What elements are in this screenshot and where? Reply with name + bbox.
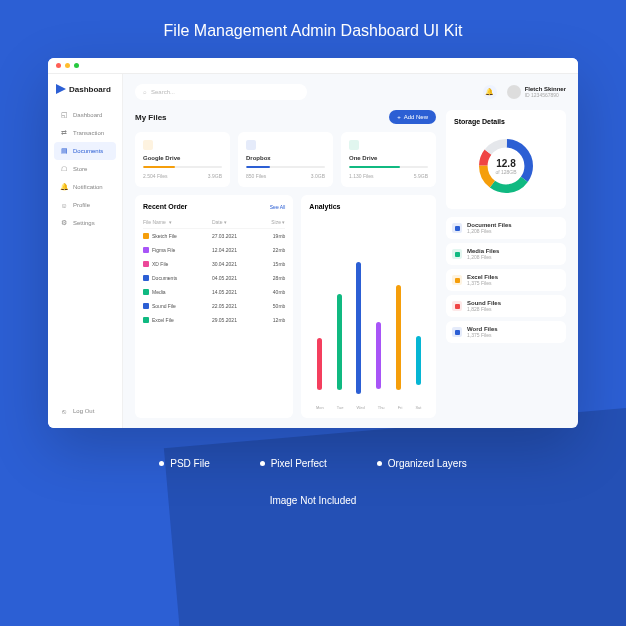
chart-label: Thu (378, 405, 385, 410)
logout-button[interactable]: ⎋ Log Out (54, 402, 116, 420)
table-row[interactable]: Documents 04.05.2021 28mb (143, 271, 285, 285)
file-type-item[interactable]: Excel Files1,375 Files (446, 269, 566, 291)
logo-icon (56, 84, 66, 94)
analytics-chart (309, 214, 428, 405)
chart-label: Wed (357, 405, 365, 410)
add-new-button[interactable]: + Add New (389, 110, 436, 124)
sidebar-item-dashboard[interactable]: ◱Dashboard (54, 106, 116, 124)
plus-icon: + (397, 114, 401, 120)
file-icon (143, 303, 149, 309)
logout-icon: ⎋ (60, 407, 68, 415)
notification-icon: 🔔 (60, 183, 68, 191)
chart-label: Tue (337, 405, 344, 410)
filetype-icon (452, 249, 462, 259)
documents-icon: ▤ (60, 147, 68, 155)
brand[interactable]: Dashboard (54, 82, 116, 96)
chart-bar (376, 322, 381, 389)
table-row[interactable]: Sound File 22.05.2021 50mb (143, 299, 285, 313)
search-icon: ⌕ (143, 89, 147, 95)
chart-bar (356, 262, 361, 393)
file-icon (143, 247, 149, 253)
titlebar (48, 58, 578, 74)
analytics-panel: Analytics MonTueWedThuFriSat (301, 195, 436, 418)
file-icon (143, 261, 149, 267)
feature-item: Organized Layers (377, 458, 467, 469)
drive-icon (246, 140, 256, 150)
file-card-google-drive[interactable]: Google Drive 2.504 Files3.9GB (135, 132, 230, 187)
dashboard-icon: ◱ (60, 111, 68, 119)
filetype-icon (452, 301, 462, 311)
file-type-item[interactable]: Media Files1,208 Files (446, 243, 566, 265)
recent-title: Recent Order (143, 203, 187, 210)
sidebar-item-settings[interactable]: ⚙Settings (54, 214, 116, 232)
maximize-icon[interactable] (74, 63, 79, 68)
storage-value: 12.8 (495, 158, 516, 169)
chart-label: Sat (415, 405, 421, 410)
filetype-icon (452, 275, 462, 285)
sidebar-item-store[interactable]: ☖Store (54, 160, 116, 178)
file-icon (143, 275, 149, 281)
col-size[interactable]: Size ▾ (258, 219, 286, 225)
app-window: Dashboard ◱Dashboard⇄Transaction▤Documen… (48, 58, 578, 428)
store-icon: ☖ (60, 165, 68, 173)
file-type-item[interactable]: Word Files1,375 Files (446, 321, 566, 343)
file-type-item[interactable]: Document Files1,208 Files (446, 217, 566, 239)
close-icon[interactable] (56, 63, 61, 68)
bullet-icon (159, 461, 164, 466)
bullet-icon (260, 461, 265, 466)
filetype-icon (452, 223, 462, 233)
minimize-icon[interactable] (65, 63, 70, 68)
transaction-icon: ⇄ (60, 129, 68, 137)
file-card-dropbox[interactable]: Dropbox 850 Files3.0GB (238, 132, 333, 187)
sidebar-item-documents[interactable]: ▤Documents (54, 142, 116, 160)
user-id: ID 1234567890 (525, 92, 566, 98)
table-row[interactable]: Excel File 29.05.2021 12mb (143, 313, 285, 327)
file-icon (143, 289, 149, 295)
drive-icon (143, 140, 153, 150)
col-date[interactable]: Date ▾ (212, 219, 258, 225)
table-row[interactable]: XD File 30.04.2021 15mb (143, 257, 285, 271)
storage-title: Storage Details (454, 118, 558, 125)
sidebar-item-profile[interactable]: ☺Profile (54, 196, 116, 214)
file-type-item[interactable]: Sound Files1,828 Files (446, 295, 566, 317)
my-files-title: My Files (135, 113, 167, 122)
disclaimer: Image Not Included (0, 495, 626, 506)
chart-bar (396, 285, 401, 390)
storage-panel: Storage Details 12.8 of 128GB (446, 110, 566, 209)
sidebar-item-transaction[interactable]: ⇄Transaction (54, 124, 116, 142)
chart-bar (337, 294, 342, 390)
page-title: File Management Admin Dashboard UI Kit (0, 0, 626, 58)
filetype-icon (452, 327, 462, 337)
col-filename[interactable]: File Name ▾ (143, 219, 212, 225)
table-row[interactable]: Media 14.05.2021 40mb (143, 285, 285, 299)
avatar (507, 85, 521, 99)
drive-icon (349, 140, 359, 150)
file-icon (143, 233, 149, 239)
sidebar: Dashboard ◱Dashboard⇄Transaction▤Documen… (48, 74, 123, 428)
topbar: ⌕ Search... 🔔 Fletch Skinner ID 12345678… (135, 84, 566, 100)
storage-sub: of 128GB (495, 169, 516, 175)
notification-button[interactable]: 🔔 (483, 85, 497, 99)
feature-item: PSD File (159, 458, 209, 469)
bell-icon: 🔔 (485, 88, 494, 96)
feature-item: Pixel Perfect (260, 458, 327, 469)
user-menu[interactable]: Fletch Skinner ID 1234567890 (507, 85, 566, 99)
profile-icon: ☺ (60, 201, 68, 209)
bullet-icon (377, 461, 382, 466)
table-row[interactable]: Figma File 12.04.2021 22mb (143, 243, 285, 257)
chart-bar (317, 338, 322, 391)
analytics-title: Analytics (309, 203, 428, 210)
chart-bar (416, 336, 421, 385)
recent-order-panel: Recent Order See All File Name ▾ Date ▾ … (135, 195, 293, 418)
logout-label: Log Out (73, 408, 94, 414)
chart-label: Fri (398, 405, 403, 410)
file-card-one-drive[interactable]: One Drive 1.130 Files5.9GB (341, 132, 436, 187)
brand-text: Dashboard (69, 85, 111, 94)
chart-label: Mon (316, 405, 324, 410)
see-all-link[interactable]: See All (270, 204, 286, 210)
settings-icon: ⚙ (60, 219, 68, 227)
file-icon (143, 317, 149, 323)
search-input[interactable]: ⌕ Search... (135, 84, 307, 100)
table-row[interactable]: Sketch File 27.03.2021 19mb (143, 229, 285, 243)
sidebar-item-notification[interactable]: 🔔Notification (54, 178, 116, 196)
